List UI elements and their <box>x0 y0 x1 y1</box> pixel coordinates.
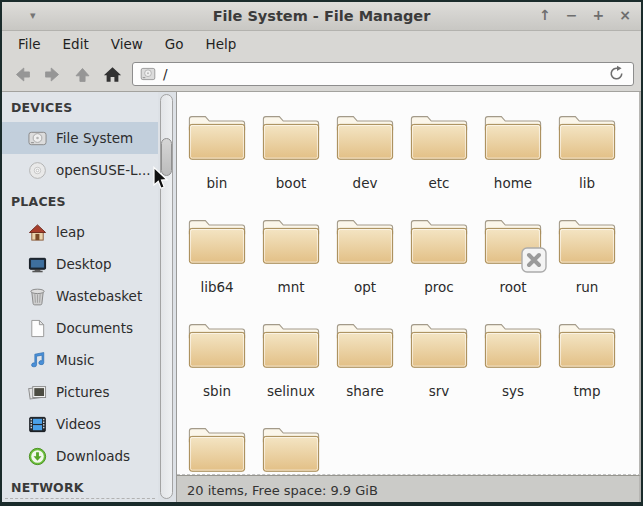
trash-icon <box>27 286 47 306</box>
folder-unnamed[interactable] <box>180 422 254 475</box>
folder-icon <box>556 214 618 267</box>
folder-proc[interactable]: proc <box>402 214 476 318</box>
folder-icon <box>260 422 322 475</box>
optical-disc-icon <box>27 160 47 180</box>
titlebar[interactable]: ▾ File System - File Manager ↑−+× <box>2 2 641 31</box>
maximize-icon[interactable]: + <box>593 2 605 29</box>
folder-run[interactable]: run <box>550 214 624 318</box>
folder-icon <box>186 318 248 371</box>
sidebar-header-devices: DEVICES <box>2 92 158 122</box>
window-controls: ↑−+× <box>539 2 631 29</box>
folder-etc[interactable]: etc <box>402 110 476 214</box>
folder-lib64[interactable]: lib64 <box>180 214 254 318</box>
toolbar-up-button[interactable] <box>67 61 97 87</box>
folder-lib[interactable]: lib <box>550 110 624 214</box>
toolbar-back-button[interactable] <box>7 61 37 87</box>
folder-icon-view[interactable]: bin boot dev etc home <box>177 92 641 475</box>
picture-icon <box>27 382 47 402</box>
home-icon <box>102 64 122 84</box>
refresh-icon[interactable] <box>608 65 626 83</box>
folder-icon <box>556 318 618 371</box>
sidebar: DEVICES File System openSUSE-L... PLACES… <box>2 92 158 504</box>
folder-icon <box>260 110 322 163</box>
folder-bin[interactable]: bin <box>180 110 254 214</box>
shade-window-icon[interactable]: ↑ <box>539 2 551 29</box>
sidebar-file-system[interactable]: File System <box>2 122 158 154</box>
sidebar-opensuse-l[interactable]: openSUSE-L... <box>2 154 158 186</box>
drive-icon <box>140 66 156 82</box>
no-access-emblem-icon <box>521 247 547 273</box>
folder-sbin[interactable]: sbin <box>180 318 254 422</box>
folder-root[interactable]: root <box>476 214 550 318</box>
folder-icon <box>408 110 470 163</box>
folder-icon <box>186 422 248 475</box>
menubar: FileEditViewGoHelp <box>2 31 641 57</box>
folder-boot[interactable]: boot <box>254 110 328 214</box>
location-bar[interactable]: / <box>132 62 634 86</box>
monitor-icon <box>27 254 47 274</box>
sidebar-pictures[interactable]: Pictures <box>2 376 158 408</box>
toolbar-home-button[interactable] <box>97 61 127 87</box>
sidebar-videos[interactable]: Videos <box>2 408 158 440</box>
folder-icon <box>186 110 248 163</box>
content-area: DEVICES File System openSUSE-L... PLACES… <box>2 92 641 504</box>
folder-srv[interactable]: srv <box>402 318 476 422</box>
sidebar-downloads[interactable]: Downloads <box>2 440 158 472</box>
forward-icon <box>42 64 62 84</box>
sidebar-desktop[interactable]: Desktop <box>2 248 158 280</box>
film-icon <box>27 414 47 434</box>
window-menu-icon[interactable]: ▾ <box>30 2 36 29</box>
folder-tmp[interactable]: tmp <box>550 318 624 422</box>
folder-icon <box>482 318 544 371</box>
folder-icon <box>186 214 248 267</box>
folder-icon <box>556 110 618 163</box>
menu-file[interactable]: File <box>7 36 52 52</box>
network-item-partial[interactable] <box>5 498 155 504</box>
menu-help[interactable]: Help <box>195 36 248 52</box>
menu-go[interactable]: Go <box>154 36 195 52</box>
folder-share[interactable]: share <box>328 318 402 422</box>
location-path: / <box>163 66 168 82</box>
music-note-icon <box>27 350 47 370</box>
folder-icon <box>260 214 322 267</box>
house-icon <box>27 222 47 242</box>
menu-edit[interactable]: Edit <box>52 36 100 52</box>
sidebar-wastebasket[interactable]: Wastebasket <box>2 280 158 312</box>
close-icon[interactable]: × <box>619 2 631 29</box>
globe-icon <box>27 501 45 504</box>
file-manager-window: ▾ File System - File Manager ↑−+× FileEd… <box>0 0 643 506</box>
folder-unnamed[interactable] <box>254 422 328 475</box>
minimize-icon[interactable]: − <box>566 2 578 29</box>
sidebar-music[interactable]: Music <box>2 344 158 376</box>
statusbar-text: 20 items, Free space: 9.9 GiB <box>187 483 378 498</box>
folder-sys[interactable]: sys <box>476 318 550 422</box>
folder-opt[interactable]: opt <box>328 214 402 318</box>
document-icon <box>27 318 47 338</box>
sidebar-documents[interactable]: Documents <box>2 312 158 344</box>
folder-grid: bin boot dev etc home <box>177 92 639 475</box>
sidebar-leap[interactable]: leap <box>2 216 158 248</box>
hard-drive-icon <box>27 128 47 148</box>
folder-dev[interactable]: dev <box>328 110 402 214</box>
sidebar-scrollbar[interactable] <box>158 92 177 504</box>
menu-view[interactable]: View <box>100 36 154 52</box>
folder-icon <box>334 214 396 267</box>
toolbar: / <box>2 57 641 92</box>
toolbar-forward-button[interactable] <box>37 61 67 87</box>
folder-icon <box>334 110 396 163</box>
up-icon <box>72 64 92 84</box>
folder-home[interactable]: home <box>476 110 550 214</box>
statusbar: 20 items, Free space: 9.9 GiB <box>177 475 641 504</box>
sidebar-header-places: PLACES <box>2 186 158 216</box>
folder-icon <box>482 110 544 163</box>
scrollbar-thumb[interactable] <box>161 138 172 176</box>
folder-mnt[interactable]: mnt <box>254 214 328 318</box>
download-icon <box>27 446 47 466</box>
folder-icon <box>334 318 396 371</box>
folder-icon <box>260 318 322 371</box>
main-column: bin boot dev etc home <box>177 92 641 504</box>
folder-icon <box>408 318 470 371</box>
back-icon <box>12 64 32 84</box>
folder-selinux[interactable]: selinux <box>254 318 328 422</box>
folder-icon <box>408 214 470 267</box>
